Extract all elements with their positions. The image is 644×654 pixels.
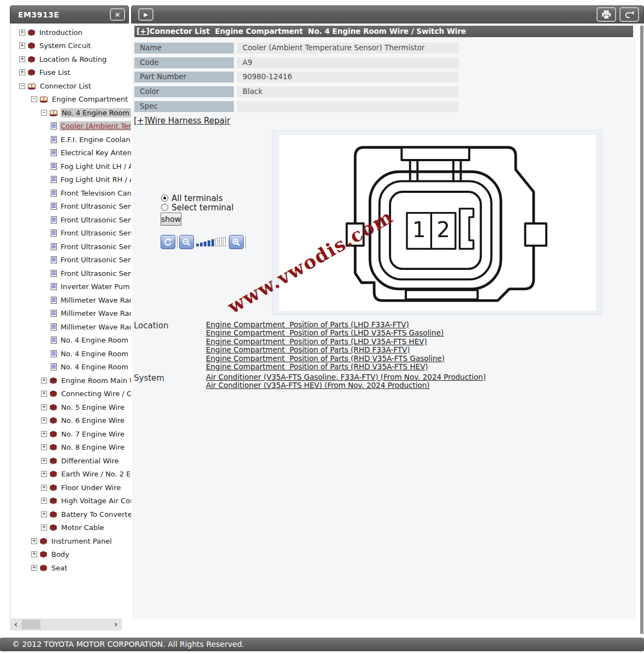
tree-item-label[interactable]: Fuse List	[38, 68, 72, 77]
tree-item-label[interactable]: Earth Wire / No. 2 E	[60, 469, 131, 479]
tree-item[interactable]: +No. 5 Engine Wire	[10, 400, 131, 414]
reference-link[interactable]: Engine Compartment Position of Parts (LH…	[206, 321, 445, 329]
expand-plus-icon[interactable]: +	[41, 485, 47, 491]
expand-plus-icon[interactable]: +	[41, 511, 47, 517]
reference-link[interactable]: Engine Compartment Position of Parts (RH…	[206, 346, 445, 354]
tree-item-label[interactable]: No. 4 Engine Room W	[60, 349, 131, 358]
tree-item-label[interactable]: No. 4 Engine Room W	[60, 362, 131, 372]
tree-item-label[interactable]: Connecting Wire / C	[60, 389, 131, 398]
header-expand-link[interactable]: [+]	[137, 27, 150, 36]
wire-harness-repair-link[interactable]: [+]Wire Harness Repair	[134, 116, 230, 126]
expand-plus-icon[interactable]: +	[19, 43, 25, 49]
zoom-in-icon[interactable]	[229, 235, 244, 249]
terminal-option[interactable]: Select terminal	[161, 203, 234, 212]
tree-item[interactable]: +Fuse List	[10, 66, 131, 80]
tree-item-label[interactable]: Engine Compartment	[51, 95, 129, 104]
expand-plus-icon[interactable]: +	[41, 431, 47, 437]
tree-item-label[interactable]: Electrical Key Anten	[60, 148, 131, 157]
tree-item-label[interactable]: Fog Light Unit LH / A	[60, 162, 131, 171]
tree-item[interactable]: Front Ultrasonic Sen	[10, 254, 131, 267]
tree-item[interactable]: −Connector List	[10, 79, 131, 93]
tree-item[interactable]: +Earth Wire / No. 2 E	[10, 468, 131, 481]
tree-item-label[interactable]: Differential Wire	[60, 456, 120, 466]
collapse-minus-icon[interactable]: −	[41, 110, 47, 116]
tree-item[interactable]: Millimeter Wave Rad	[10, 320, 131, 334]
tree-item[interactable]: No. 4 Engine Room W	[10, 334, 131, 347]
tree-item-label[interactable]: Cooler (Ambient Temperature Sensor) Ther…	[60, 121, 131, 131]
expand-plus-icon[interactable]: +	[41, 444, 47, 450]
radio-button-icon[interactable]	[161, 195, 168, 202]
tree-item-label[interactable]: Front Television Can	[60, 188, 131, 198]
tree-item-label[interactable]: Location & Routing	[38, 55, 108, 64]
rotate-icon[interactable]	[161, 235, 175, 249]
tree-item-label[interactable]: No. 7 Engine Wire	[60, 429, 126, 439]
expand-plus-icon[interactable]: +	[41, 417, 47, 423]
tree-item-label[interactable]: Connector List	[39, 81, 92, 91]
tree-item[interactable]: +Body	[10, 548, 131, 562]
scroll-right-icon[interactable]: ›	[110, 620, 122, 629]
tree-item-label[interactable]: Front Ultrasonic Sen	[60, 202, 131, 211]
reference-link[interactable]: Engine Compartment Position of Parts (RH…	[206, 355, 445, 363]
tree-item-label[interactable]: Front Ultrasonic Sen	[60, 242, 131, 251]
reference-link[interactable]: Air Conditioner (V35A-FTS HEV) (From Nov…	[206, 381, 486, 390]
tree-item[interactable]: No. 4 Engine Room W	[10, 347, 131, 361]
tree-item[interactable]: +Motor Cable	[10, 521, 131, 535]
tree-item-label[interactable]: Inverter Water Pum	[60, 282, 131, 291]
tree-item[interactable]: No. 4 Engine Room W	[10, 361, 131, 374]
tree-item-label[interactable]: Millimeter Wave Rad	[60, 309, 131, 318]
reference-link[interactable]: Engine Compartment Position of Parts (LH…	[206, 329, 445, 337]
expand-plus-icon[interactable]: +	[41, 525, 47, 531]
reference-link[interactable]: Engine Compartment Position of Parts (LH…	[206, 338, 445, 346]
tree-item[interactable]: +Floor Under Wire	[10, 481, 131, 494]
tree-item[interactable]: +No. 6 Engine Wire	[10, 414, 131, 428]
tree-item[interactable]: Inverter Water Pum	[10, 280, 131, 294]
tree-item[interactable]: −Engine Compartment	[10, 93, 131, 107]
return-icon[interactable]	[619, 7, 639, 22]
tree-item-label[interactable]: Instrument Panel	[50, 537, 113, 546]
print-icon[interactable]	[596, 7, 616, 22]
tree-item[interactable]: +Differential Wire	[10, 454, 131, 468]
tree-item[interactable]: Electrical Key Anten	[10, 146, 131, 160]
reference-link[interactable]: Engine Compartment Position of Parts (RH…	[206, 363, 445, 371]
tree-item-label[interactable]: Floor Under Wire	[60, 483, 122, 492]
main-vertical-scrollbar[interactable]	[640, 26, 643, 634]
expand-plus-icon[interactable]: +	[19, 30, 25, 36]
reference-link[interactable]: Air Conditioner (V35A-FTS Gasoline, F33A…	[206, 373, 486, 381]
expand-plus-icon[interactable]: +	[19, 69, 25, 75]
tree-item[interactable]: +System Circuit	[10, 39, 131, 53]
tree-item[interactable]: Fog Light Unit LH / A	[10, 160, 131, 173]
zoom-out-icon[interactable]	[179, 235, 194, 249]
tree-item[interactable]: +High Voltage Air Cor	[10, 494, 131, 508]
tree-item[interactable]: Front Ultrasonic Sen	[10, 200, 131, 214]
tree-item[interactable]: +No. 8 Engine Wire	[10, 441, 131, 455]
expand-plus-icon[interactable]: +	[31, 538, 37, 544]
tree-item-label[interactable]: No. 4 Engine Room W	[60, 335, 131, 345]
tree-item-label[interactable]: Body	[50, 550, 70, 559]
collapse-minus-icon[interactable]: −	[31, 96, 37, 102]
tree-item-label[interactable]: No. 6 Engine Wire	[60, 416, 126, 425]
tree-item-label[interactable]: High Voltage Air Cor	[60, 496, 131, 505]
expand-panel-icon[interactable]: ▶	[138, 8, 153, 21]
scroll-left-icon[interactable]: ‹	[10, 620, 22, 629]
tree-item[interactable]: Cooler (Ambient Temperature Sensor) Ther…	[10, 120, 131, 133]
tree-item[interactable]: +Engine Room Main W	[10, 374, 131, 387]
tree-item[interactable]: E.F.I. Engine Coolan	[10, 133, 131, 146]
expand-plus-icon[interactable]: +	[41, 378, 47, 384]
tree-item-label[interactable]: No. 8 Engine Wire	[60, 443, 126, 452]
tree-item[interactable]: Front Ultrasonic Sen	[10, 213, 131, 227]
tree-item[interactable]: Front Ultrasonic Sen	[10, 227, 131, 240]
tree-item[interactable]: +No. 7 Engine Wire	[10, 427, 131, 441]
tree-item-label[interactable]: Millimeter Wave Rad	[60, 322, 131, 332]
scrollbar-thumb[interactable]	[22, 620, 40, 629]
tree-item[interactable]: Front Ultrasonic Sen	[10, 240, 131, 254]
tree-item[interactable]: +Introduction	[10, 26, 131, 39]
expand-plus-icon[interactable]: +	[41, 471, 47, 477]
tree-item-label[interactable]: Battery To Converte	[60, 510, 131, 519]
expand-plus-icon[interactable]: +	[19, 56, 25, 62]
tree-item[interactable]: +Seat	[10, 561, 131, 575]
tree-item-label[interactable]: Front Ultrasonic Sen	[60, 228, 131, 238]
tree-item-label[interactable]: Fog Light Unit RH / A	[60, 175, 131, 184]
tree-item-label[interactable]: Front Ultrasonic Sen	[60, 269, 131, 278]
tree-item-label[interactable]: Front Ultrasonic Sen	[60, 215, 131, 225]
tree-item[interactable]: +Battery To Converte	[10, 508, 131, 521]
